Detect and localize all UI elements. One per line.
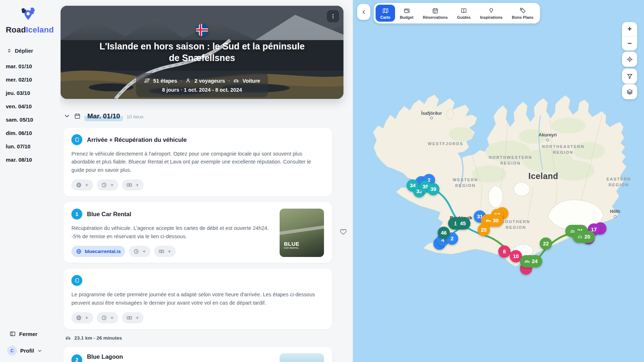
stat-transport: Voiture (242, 78, 260, 84)
roadiceland-logo-icon[interactable] (19, 6, 38, 25)
day-places-count: 10 lieux (127, 114, 144, 119)
map-markers-layer: 234333839273130254246458102224172120 (353, 0, 644, 362)
tab-label: Inspirations (480, 15, 502, 19)
step-number-badge: 2 (71, 354, 82, 362)
collapse-map-button[interactable] (357, 4, 370, 20)
itinerary-panel: L'Islande en hors saison : le Sud et la … (60, 0, 353, 362)
clock-icon (133, 248, 139, 254)
map-panel[interactable]: Ísafjörður WESTFJORDS Akureyri NORTHEAST… (353, 0, 644, 362)
add-hours-chip[interactable] (97, 179, 118, 191)
plus-icon (142, 249, 146, 253)
trip-title: L'Islande en hors saison : le Sud et la … (94, 40, 310, 64)
stat-voyageurs: 2 voyageurs (194, 78, 225, 84)
add-website-chip[interactable] (71, 312, 93, 323)
step-body: Récupération du véhicule. L'agence accep… (71, 224, 274, 240)
add-price-chip[interactable] (122, 312, 144, 323)
locate-button[interactable] (622, 52, 637, 67)
map-tabs: Carte Budget Réservations Guides Inspira… (374, 3, 540, 23)
chips-row (71, 179, 324, 191)
globe-icon (76, 315, 82, 321)
sidebar-day-1[interactable]: mar. 01/10 (6, 63, 60, 69)
add-price-chip[interactable] (154, 246, 176, 257)
map-marker-46[interactable]: 46 (438, 227, 450, 239)
map-marker-24[interactable]: 24 (520, 255, 542, 267)
step-card-blue-car-rental[interactable]: 1 Blue Car Rental Récupération du véhicu… (63, 202, 332, 263)
crosshair-icon (626, 56, 633, 63)
map-marker-25[interactable]: 25 (478, 224, 490, 236)
hero-more-menu-button[interactable] (327, 10, 339, 22)
traveler-icon (185, 78, 191, 84)
step-card-wrap: 1 Blue Car Rental Récupération du véhicu… (63, 202, 332, 263)
chevron-left-icon (361, 9, 367, 15)
map-icon (382, 7, 389, 14)
profile-menu[interactable]: C Profil (7, 346, 60, 356)
favorite-heart-button[interactable] (339, 228, 347, 237)
tab-label: Réservations (423, 15, 448, 19)
thumb-brand-text: BLUE (284, 241, 299, 247)
plus-icon (135, 316, 139, 320)
clock-icon (101, 182, 107, 188)
layers-button[interactable] (622, 84, 637, 99)
sidebar-day-6[interactable]: dim. 06/10 (6, 130, 60, 136)
note-body: Le programme de cette première journée e… (71, 291, 324, 307)
chevron-down-icon (63, 113, 70, 119)
brand-wordmark[interactable]: RoadIceland (6, 25, 60, 35)
zoom-in-button[interactable]: + (622, 22, 637, 36)
add-price-chip[interactable] (122, 179, 144, 191)
tag-icon (519, 7, 526, 14)
collapse-day-chevron[interactable] (63, 113, 70, 121)
step-card-blue-lagoon[interactable]: 2 Blue Lagoon Activité Relaxation dans l… (63, 347, 332, 362)
note-card-program[interactable]: Le programme de cette première journée e… (63, 269, 332, 329)
stat-separator: · (228, 78, 230, 83)
tab-label: Bons Plans (512, 15, 534, 19)
brand-iceland: Iceland (26, 25, 54, 34)
trip-hero-card: L'Islande en hors saison : le Sud et la … (61, 6, 343, 99)
sidebar-day-7[interactable]: lun. 07/10 (6, 143, 60, 149)
step-thumbnail-photo (280, 353, 324, 362)
globe-icon (76, 182, 82, 188)
filter-button[interactable] (622, 69, 637, 84)
step-card-wrap: 2 Blue Lagoon Activité Relaxation dans l… (63, 347, 332, 362)
sidebar-day-4[interactable]: ven. 04/10 (6, 103, 60, 109)
tab-bons-plans[interactable]: Bons Plans (507, 5, 538, 22)
add-website-chip[interactable] (71, 179, 93, 191)
app-root: RoadIceland Déplier mar. 01/10 mer. 02/1… (0, 0, 644, 362)
map-marker-45[interactable]: 45 (448, 217, 470, 230)
sidebar-day-5[interactable]: sam. 05/10 (6, 117, 60, 123)
car-icon (65, 335, 71, 341)
stat-dates: 8 jours · 1 oct. 2024 - 8 oct. 2024 (144, 87, 260, 93)
note-card-wrap: Arrivée + Récupération du véhicule Prene… (63, 128, 332, 196)
add-hours-chip[interactable] (129, 246, 150, 257)
tab-inspirations[interactable]: Inspirations (475, 5, 507, 22)
avatar: C (7, 346, 17, 356)
sidebar-bottom: Fermer C Profil (6, 331, 60, 356)
add-hours-chip[interactable] (97, 312, 118, 323)
tab-guides[interactable]: Guides (452, 5, 475, 22)
sidebar-day-3[interactable]: jeu. 03/10 (6, 90, 60, 96)
deplier-label: Déplier (15, 48, 33, 54)
sidebar-day-8[interactable]: mar. 08/10 (6, 157, 60, 163)
lightbulb-icon (488, 7, 495, 14)
profil-label: Profil (20, 348, 34, 354)
map-marker-8[interactable]: 8 (498, 245, 511, 258)
note-icon-badge (71, 134, 82, 145)
tab-reservations[interactable]: Réservations (418, 5, 452, 22)
map-marker-22[interactable]: 22 (540, 237, 552, 250)
plus-icon (167, 249, 171, 253)
deplier-toggle[interactable]: Déplier (6, 48, 60, 54)
sidebar-day-2[interactable]: mer. 02/10 (6, 77, 60, 83)
kebab-menu-icon (330, 13, 336, 19)
plus-icon (110, 316, 114, 320)
close-sidebar-button[interactable]: Fermer (9, 331, 60, 337)
tab-carte[interactable]: Carte (376, 5, 395, 22)
note-card-arrival[interactable]: Arrivée + Récupération du véhicule Prene… (63, 128, 332, 196)
stat-etapes: 51 étapes (153, 78, 177, 84)
tab-budget[interactable]: Budget (395, 5, 418, 22)
globe-icon (76, 248, 82, 254)
zoom-out-button[interactable]: − (622, 36, 637, 51)
map-marker-20[interactable]: 20 (573, 231, 595, 243)
map-marker-39[interactable]: 39 (427, 183, 439, 195)
trip-stats: 51 étapes · 2 voyageurs · Voiture 8 jour… (136, 73, 268, 97)
tab-label: Budget (400, 15, 413, 19)
website-link-chip[interactable]: bluecarrental.is (71, 246, 125, 257)
